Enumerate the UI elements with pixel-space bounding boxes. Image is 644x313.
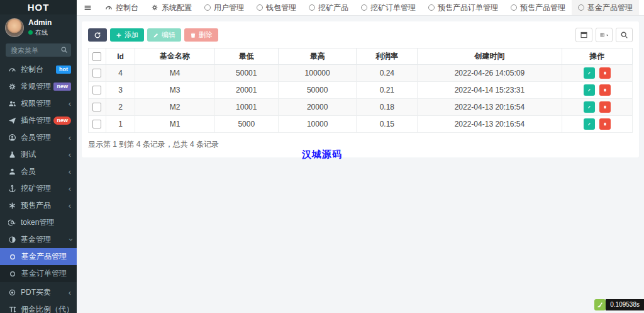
sidebar-item-pdt-trade[interactable]: PDT买卖 ‹ — [0, 284, 77, 301]
row-checkbox[interactable] — [92, 120, 101, 128]
pencil-icon — [587, 104, 591, 110]
sidebar-item-members-mgmt[interactable]: 会员管理 ‹ — [0, 129, 77, 146]
column-header-rate[interactable]: 利润率 — [357, 48, 418, 65]
circle-o-icon — [309, 4, 315, 11]
cell-min: 10001 — [214, 99, 278, 116]
delete-label: 删除 — [199, 30, 213, 40]
refresh-icon — [94, 31, 101, 39]
column-header-id[interactable]: Id — [106, 48, 135, 65]
tab-user-mgmt[interactable]: 用户管理 — [198, 0, 250, 15]
tab-presale-products[interactable]: 预售产品管理 — [504, 0, 572, 15]
tab-label: 挖矿订单管理 — [370, 3, 416, 13]
fund-submenu: 基金产品管理 基金订单管理 — [0, 248, 77, 282]
cell-rate: 0.24 — [357, 65, 418, 82]
delete-button[interactable]: 删除 — [184, 28, 218, 42]
sidebar-item-general[interactable]: 常规管理 new — [0, 78, 77, 95]
cell-rate: 0.21 — [357, 82, 418, 99]
column-header-max[interactable]: 最高 — [278, 48, 357, 65]
circle-o-icon — [361, 4, 367, 11]
columns-button[interactable] — [596, 28, 613, 42]
table-row[interactable]: 2 M2 10001 20000 0.18 2022-04-13 20:16:5… — [89, 99, 633, 116]
table-row[interactable]: 1 M1 5000 10000 0.15 2022-04-13 20:16:54 — [89, 116, 633, 133]
user-name: Admin — [28, 19, 52, 27]
main-area: 控制台 系统配置 用户管理 钱包管理 挖矿产品 挖矿订单管理 — [77, 0, 644, 313]
column-header-min[interactable]: 最低 — [214, 48, 278, 65]
row-checkbox[interactable] — [92, 103, 101, 111]
debug-toolbar[interactable]: 0.109538s — [594, 299, 644, 310]
top-navbar: 控制台 系统配置 用户管理 钱包管理 挖矿产品 挖矿订单管理 — [77, 0, 644, 16]
tab-wallet-mgmt[interactable]: 钱包管理 — [250, 0, 303, 15]
cell-name: M3 — [135, 82, 214, 99]
chevron-left-icon: ‹ — [69, 288, 71, 297]
chevron-left-icon: ‹ — [69, 202, 71, 210]
sidebar-item-presale[interactable]: 预售产品 ‹ — [0, 197, 77, 214]
search-icon — [620, 31, 628, 39]
user-panel: Admin 在线 — [0, 14, 77, 40]
adjust-icon — [8, 236, 16, 244]
sidebar-item-fund-products[interactable]: 基金产品管理 — [0, 248, 77, 265]
row-edit-button[interactable] — [584, 101, 595, 113]
asterisk-icon — [8, 202, 16, 210]
sidebar-item-test[interactable]: 测试 ‹ — [0, 146, 77, 163]
sidebar-item-mining[interactable]: 挖矿管理 ‹ — [0, 180, 77, 197]
sidebar-item-plugins[interactable]: 插件管理 new — [0, 112, 77, 129]
select-all-checkbox[interactable] — [92, 52, 101, 61]
sidebar-item-label: 基金产品管理 — [21, 251, 71, 262]
row-delete-button[interactable] — [599, 101, 611, 113]
sidebar-item-fund-orders[interactable]: 基金订单管理 — [0, 265, 77, 282]
search-icon[interactable] — [60, 46, 68, 54]
chevron-down-icon: ‹ — [65, 238, 74, 241]
tab-label: 预售产品订单管理 — [438, 3, 498, 13]
row-checkbox[interactable] — [92, 69, 101, 77]
column-header-name[interactable]: 基金名称 — [135, 48, 214, 65]
tab-mining-orders[interactable]: 挖矿订单管理 — [355, 0, 422, 15]
row-delete-button[interactable] — [599, 118, 611, 130]
sidebar-item-fund[interactable]: 基金管理 ‹ — [0, 231, 77, 248]
sidebar-item-token[interactable]: token管理 — [0, 214, 77, 231]
user-avatar[interactable] — [5, 18, 24, 37]
tab-list-dropdown[interactable] — [639, 0, 644, 15]
cell-min: 20001 — [214, 82, 278, 99]
tab-mining-products[interactable]: 挖矿产品 — [303, 0, 355, 15]
table-row[interactable]: 3 M3 20001 50000 0.21 2022-04-14 15:23:3… — [89, 82, 633, 99]
tab-fund-products[interactable]: 基金产品管理 — [572, 0, 639, 15]
online-dot-icon — [28, 30, 33, 35]
circle-o-icon — [8, 270, 17, 278]
table-toolbar: 添加 编辑 删除 — [88, 28, 633, 42]
table-row[interactable]: 4 M4 50001 100000 0.24 2022-04-26 14:05:… — [89, 65, 633, 82]
row-delete-button[interactable] — [599, 84, 611, 96]
tab-presale-orders[interactable]: 预售产品订单管理 — [422, 0, 504, 15]
toggle-view-button[interactable] — [575, 28, 592, 42]
paper-plane-icon — [8, 117, 16, 125]
cogs-icon — [8, 83, 16, 91]
sidebar-item-members[interactable]: 会员 ‹ — [0, 163, 77, 180]
app-logo[interactable]: HOT — [0, 0, 77, 14]
tab-system-config[interactable]: 系统配置 — [145, 0, 198, 15]
tab-label: 用户管理 — [214, 3, 244, 13]
column-header-created[interactable]: 创建时间 — [418, 48, 562, 65]
sidebar-item-dashboard[interactable]: 控制台 hot — [0, 61, 77, 78]
row-edit-button[interactable] — [584, 84, 595, 96]
search-toggle-button[interactable] — [616, 28, 633, 42]
cell-id: 1 — [106, 116, 135, 133]
trash-icon — [190, 32, 196, 38]
edit-label: 编辑 — [162, 30, 175, 40]
sidebar-item-permissions[interactable]: 权限管理 ‹ — [0, 95, 77, 112]
row-edit-button[interactable] — [584, 67, 595, 79]
row-checkbox[interactable] — [92, 86, 101, 94]
add-button[interactable]: 添加 — [110, 28, 144, 42]
fund-products-table: Id 基金名称 最低 最高 利润率 创建时间 操作 4 — [88, 48, 633, 133]
row-delete-button[interactable] — [599, 67, 611, 79]
watermark-link[interactable]: 汉城源码 — [302, 149, 342, 161]
row-edit-button[interactable] — [584, 118, 595, 130]
refresh-button[interactable] — [88, 28, 107, 42]
user-circle-icon — [8, 134, 16, 142]
sidebar-item-commission[interactable]: 佣金比例（代） — [0, 301, 77, 313]
cell-max: 100000 — [278, 65, 357, 82]
edit-button[interactable]: 编辑 — [147, 28, 181, 42]
tab-dashboard[interactable]: 控制台 — [99, 0, 145, 15]
anchor-icon — [8, 185, 16, 193]
sidebar-item-label: 插件管理 — [21, 115, 53, 126]
sidebar-toggle-button[interactable] — [77, 0, 99, 15]
cell-rate: 0.15 — [357, 116, 418, 133]
